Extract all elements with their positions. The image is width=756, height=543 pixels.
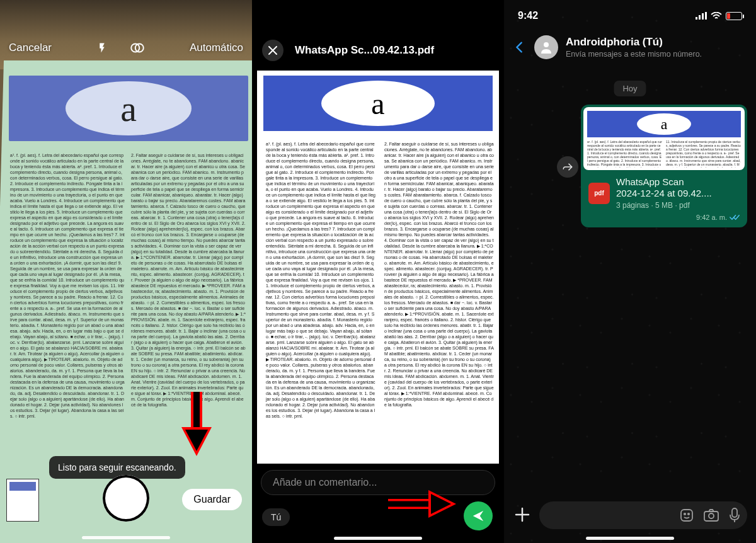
flash-icon[interactable] [96,40,108,56]
svg-point-8 [684,513,685,515]
filter-icon[interactable] [129,40,146,56]
auto-mode-button[interactable]: Automático [190,42,243,54]
chat-header: Androidphoria (Tú) Envía mensajes a este… [504,30,756,64]
forward-icon [562,161,573,173]
mic-icon[interactable] [728,507,741,523]
status-time: 9:42 [518,10,538,21]
annotation-arrow-icon [388,486,457,522]
plus-icon [513,505,532,524]
cancel-button[interactable]: Cancelar [9,42,52,54]
svg-point-9 [688,513,689,515]
svg-point-6 [544,42,549,47]
scanner-toolbar: Cancelar Automático [0,37,252,59]
read-receipt-icon [730,214,740,220]
pdf-column-left: a¹. f. (pl. aes). f. Letra del abecedari… [263,139,378,459]
preview-title: WhatsApp Sc...09.42.13.pdf [295,44,434,57]
document-title-line2: 2024-12-24 at 09.42.... [616,188,712,199]
chat-screen: 9:42 Androidphoria (Tú) Envía mensajes a… [504,0,756,543]
page-banner: a [9,76,248,141]
svg-rect-7 [681,510,692,521]
svg-rect-4 [702,13,704,20]
battery-icon [726,12,742,20]
svg-rect-2 [696,17,697,20]
status-bar: 9:42 [504,6,756,25]
home-indicator[interactable] [586,537,674,540]
send-icon [471,509,485,523]
message-input[interactable] [539,501,747,529]
avatar[interactable] [534,35,558,59]
contact-subtitle: Envía mensajes a este mismo número. [566,50,702,59]
day-chip: Hoy [614,81,646,96]
pdf-icon: pdf [588,183,610,204]
preview-text: a¹. f. (pl. aes). f. Letra del abecedari… [587,140,741,168]
scanner-screen: a a¹. f. (pl. aes). f. Letra del abeceda… [0,0,252,543]
contact-name[interactable]: Androidphoria (Tú) [566,36,702,49]
caption-input[interactable]: Añade un comentario... [261,470,495,495]
svg-rect-3 [699,15,701,20]
document-info-row: pdf WhatsApp Scan 2024-12-24 at 09.42...… [583,170,745,214]
preview-header: WhatsApp Sc...09.42.13.pdf [252,35,504,66]
pdf-preview-screen: WhatsApp Sc...09.42.13.pdf a a¹. f. (pl.… [252,0,504,543]
forward-button[interactable] [557,156,578,178]
scanned-page-thumbnail[interactable] [6,479,39,522]
close-icon [268,45,278,55]
send-button[interactable] [464,501,493,530]
svg-rect-12 [732,508,737,517]
page-letter-badge: a [66,81,192,135]
close-button[interactable] [262,40,284,61]
page-banner: a [263,76,493,131]
svg-point-11 [709,513,714,518]
caption-placeholder: Añade un comentario... [273,477,377,488]
page-letter-badge: a [321,81,435,126]
sticker-icon[interactable] [679,508,694,523]
shutter-button[interactable] [103,475,149,522]
camera-icon[interactable] [703,508,719,523]
page-letter-badge: a [637,113,691,135]
message-timestamp: 9:42 a. m. [583,214,745,225]
home-indicator[interactable] [334,537,422,540]
pdf-page[interactable]: a a¹. f. (pl. aes). f. Letra del abeceda… [257,71,499,464]
pdf-column-right: 2. Faltar aseguir o cuidarse de sí, sus … [382,139,496,459]
document-preview: a a¹. f. (pl. aes). f. Letra del abeceda… [583,107,745,170]
annotation-arrow-icon [178,392,215,461]
back-icon[interactable] [513,40,527,54]
cellular-icon [696,12,707,20]
avatar-placeholder-icon [539,40,554,55]
svg-rect-5 [705,12,707,20]
document-title-line1: WhatsApp Scan [616,176,712,188]
attach-button[interactable] [513,505,532,524]
document-meta: 3 páginas · 5 MB · pdf [616,201,712,210]
recipient-chip[interactable]: Tú [262,508,290,526]
save-button[interactable]: Guardar [182,489,242,510]
scan-ready-toast: Listo para seguir escaneando. [49,456,185,479]
home-indicator[interactable] [82,536,170,539]
message-bubble[interactable]: a a¹. f. (pl. aes). f. Letra del abeceda… [581,105,747,227]
wifi-icon [711,12,722,20]
